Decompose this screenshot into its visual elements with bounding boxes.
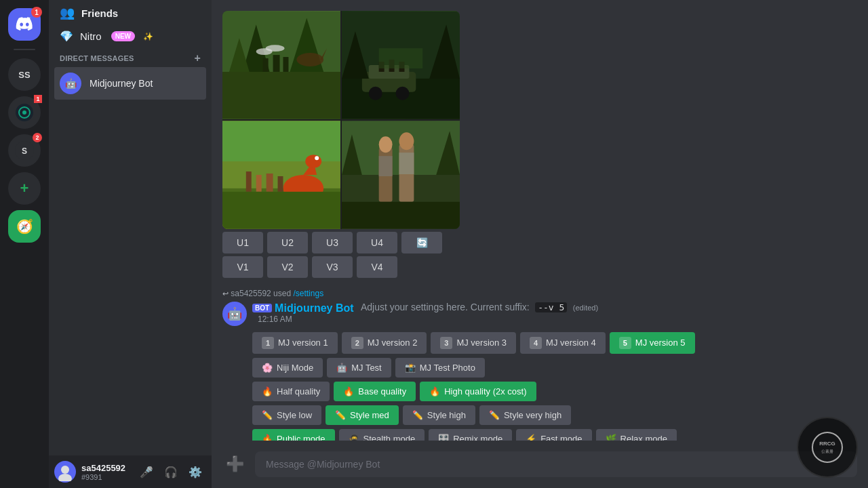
user-tag: #9391 [81,473,130,481]
watermark: RRCG 公素册 [797,417,858,478]
mj-test-button[interactable]: 🤖 MJ Test [327,358,391,378]
ai-server-icon[interactable]: 1 [8,96,41,129]
dm-section: DIRECT MESSAGES + 🤖 Midjourney Bot [49,47,212,102]
style-high-button[interactable]: ✏️ Style high [403,405,475,425]
v4-button[interactable]: V4 [357,256,397,278]
high-quality-label: High quality (2x cost) [444,386,526,396]
settings-buttons-container: 1 MJ version 1 2 MJ version 2 3 MJ versi… [252,332,857,441]
svg-rect-42 [222,192,340,229]
discord-server-icon[interactable]: 1 [8,8,41,41]
svg-point-5 [61,466,69,474]
remix-mode-label: Remix mode [453,434,502,441]
mj-v4-label: MJ version 4 [546,338,596,348]
ss-server-icon[interactable]: SS [8,58,41,91]
version-button-row: 1 MJ version 1 2 MJ version 2 3 MJ versi… [252,332,857,354]
svg-rect-38 [256,175,262,192]
image-cell-4 [342,121,460,229]
svg-rect-13 [273,55,280,72]
mj-version-3-button[interactable]: 3 MJ version 3 [431,332,516,354]
style-high-label: Style high [427,410,466,420]
half-quality-button[interactable]: 🔥 Half quality [252,382,330,401]
headphones-button[interactable]: 🎧 [160,461,182,483]
style-low-label: Style low [277,410,312,420]
mj-test-label: MJ Test [351,363,382,373]
mj-version-1-button[interactable]: 1 MJ version 1 [252,332,338,354]
style-very-high-button[interactable]: ✏️ Style very high [479,405,571,425]
u4-button[interactable]: U4 [357,232,397,253]
relax-mode-label: Relax mode [620,434,667,441]
mj-v3-label: MJ version 3 [456,338,507,348]
u2-button[interactable]: U2 [267,232,308,253]
s2-badge: 2 [33,133,42,142]
settings-message: ↩ sa5425592 used /settings 🤖 BOT Midjour… [222,286,857,441]
remix-mode-button[interactable]: 🎛️ Remix mode [429,429,512,441]
u3-button[interactable]: U3 [312,232,353,253]
style-low-icon: ✏️ [262,410,273,420]
v5-number: 5 [619,337,631,349]
upscale-button-row: U1 U2 U3 U4 🔄 [222,232,460,253]
v1-button[interactable]: V1 [222,256,263,278]
nitro-label: Nitro [80,30,102,42]
style-low-button[interactable]: ✏️ Style low [252,405,321,425]
niji-label: Niji Mode [277,363,313,373]
nitro-sparkle: ✨ [143,32,153,41]
public-mode-button[interactable]: 🔥 Public mode [252,429,335,441]
discord-badge: 1 [31,7,42,18]
style-med-label: Style med [350,410,389,420]
svg-rect-50 [399,152,414,174]
svg-point-2 [22,110,26,115]
explore-servers-icon[interactable]: 🧭 [8,210,41,243]
message-input[interactable] [255,451,857,477]
friends-row[interactable]: 👥 Friends [49,0,212,26]
relax-mode-button[interactable]: 🌿 Relax mode [596,429,677,441]
style-high-icon: ✏️ [412,410,423,420]
server-divider [14,49,35,50]
stealth-mode-button[interactable]: 🥷 Stealth mode [339,429,425,441]
fast-mode-button[interactable]: ⚡ Fast mode [516,429,591,441]
bot-badge-label: BOT [252,304,272,312]
new-dm-button[interactable]: + [194,52,201,64]
nitro-row[interactable]: 💎 Nitro NEW ✨ [49,26,212,47]
user-settings-button[interactable]: ⚙️ [184,461,206,483]
mj-test-photo-label: MJ Test Photo [420,363,475,373]
mj-v2-label: MJ version 2 [368,338,418,348]
quality-button-row: 🔥 Half quality 🔥 Base quality 🔥 High qua… [252,382,857,401]
style-med-button[interactable]: ✏️ Style med [326,405,399,425]
attach-button[interactable]: ➕ [222,452,247,476]
base-quality-button[interactable]: 🔥 Base quality [334,382,416,401]
mj-v5-label: MJ version 5 [635,338,686,348]
remix-mode-icon: 🎛️ [438,434,449,441]
v3-button[interactable]: V3 [312,256,353,278]
half-quality-label: Half quality [277,386,320,396]
server-sidebar: 1 SS 1 S 2 + 🧭 [0,0,49,488]
mj-version-5-button[interactable]: 5 MJ version 5 [610,332,695,354]
mj-test-photo-button[interactable]: 📸 MJ Test Photo [395,358,485,378]
svg-rect-30 [379,48,423,68]
bottom-icons: 🎤 🎧 ⚙️ [136,461,206,483]
add-server-button[interactable]: + [8,172,41,205]
refresh-button[interactable]: 🔄 [401,232,442,253]
bot-avatar: 🤖 [222,302,247,326]
fast-mode-label: Fast mode [540,434,582,441]
image-cell-2 [342,11,460,119]
mj-test-icon: 🤖 [336,363,347,373]
v1-number: 1 [262,337,274,349]
svg-text:S: S [22,146,27,156]
style-very-high-label: Style very high [504,410,561,420]
niji-mode-button[interactable]: 🌸 Niji Mode [252,358,323,378]
midjourney-bot-avatar: 🤖 [60,73,81,94]
midjourney-bot-dm[interactable]: 🤖 Midjourney Bot [54,67,206,100]
suffix-code: --v 5 [535,302,567,312]
s2-server-icon[interactable]: S 2 [8,134,41,167]
message-meta: BOT Midjourney Bot Adjust your settings … [252,301,598,327]
svg-text:公素册: 公素册 [821,449,833,453]
message-input-area: ➕ [212,441,868,488]
u1-button[interactable]: U1 [222,232,263,253]
v2-button[interactable]: V2 [267,256,308,278]
mic-button[interactable]: 🎤 [136,461,157,483]
sauce-command-link[interactable]: /settings [293,289,323,298]
mj-version-4-button[interactable]: 4 MJ version 4 [520,332,606,354]
mj-version-2-button[interactable]: 2 MJ version 2 [342,332,427,354]
high-quality-button[interactable]: 🔥 High quality (2x cost) [420,382,536,401]
public-mode-label: Public mode [277,434,326,441]
